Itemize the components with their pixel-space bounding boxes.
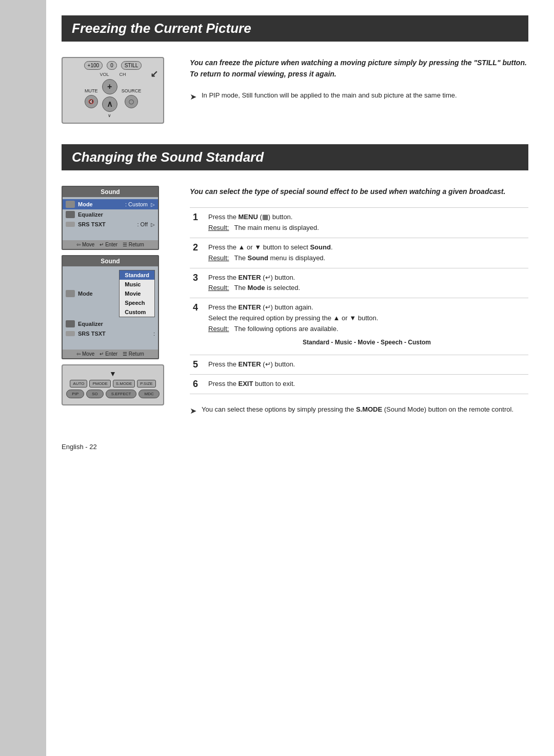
btn-auto[interactable]: AUTO [70, 380, 87, 387]
step-1-num: 1 [190, 208, 205, 238]
menu-icon-eq-2 [66, 320, 75, 327]
dropdown-movie: Movie [120, 289, 154, 298]
step-2-content: Press the ▲ or ▼ button to select Sound.… [205, 238, 528, 268]
step-6-content: Press the EXIT button to exit. [205, 374, 528, 394]
section1-intro: You can freeze the picture when watching… [190, 57, 528, 80]
dropdown-standard: Standard [120, 270, 154, 280]
dropdown-music: Music [120, 280, 154, 289]
btn-mdc[interactable]: MDC [138, 390, 159, 398]
main-content: Freezing the Current Picture +100 0 STIL… [46, 0, 554, 756]
remote-control-image: +100 0 STILL ↙ VOL CH MUTE 🔇 + ∧ [62, 57, 164, 124]
still-arrow-icon: ↙ [150, 68, 158, 80]
step-6-row: 6 Press the EXIT button to exit. [190, 374, 528, 394]
section2-tip-arrow-icon: ➤ [190, 405, 196, 417]
source-label: SOURCE [122, 88, 142, 93]
ch-label: CH [120, 72, 126, 77]
step-4-result-text: The following options are available. [234, 324, 338, 335]
menu-row-srs-2: SRS TSXT : [63, 329, 158, 338]
mute-label: MUTE [85, 88, 98, 93]
section1-tip-text: In PIP mode, Still function will be appl… [202, 90, 457, 101]
section1-tip-box: ➤ In PIP mode, Still function will be ap… [190, 90, 528, 103]
btn-still: STILL [121, 61, 142, 70]
menu-screen-2-title: Sound [63, 256, 158, 266]
menu-screen-1-body: Mode : Custom ▷ Equalizer SRS TSXT : Off… [63, 197, 158, 240]
btn-psize[interactable]: P.SIZE [137, 380, 155, 387]
btn-pmode[interactable]: PMODE [89, 380, 110, 387]
section2-title-bar: Changing the Sound Standard [62, 144, 528, 170]
menu-row-equalizer: Equalizer [63, 209, 158, 220]
footer-text: English - 22 [62, 443, 97, 451]
section1-left: +100 0 STILL ↙ VOL CH MUTE 🔇 + ∧ [62, 57, 174, 124]
step-5-num: 5 [190, 355, 205, 374]
step-1-result-label: Result: [208, 223, 229, 234]
step-4-result-label: Result: [208, 324, 229, 335]
step-4-num: 4 [190, 298, 205, 355]
menu-icon-speaker [66, 201, 75, 208]
step-3-row: 3 Press the ENTER (↵) button. Result: Th… [190, 268, 528, 298]
btn-smode[interactable]: S.MODE [113, 380, 135, 387]
menu-screen-1: Sound Mode : Custom ▷ Equalizer SRS T [62, 186, 159, 250]
source-btn[interactable]: ◯ [125, 95, 138, 108]
menu-icon-srs-2 [66, 331, 75, 336]
menu-dropdown: Standard Music Movie Speech Custom [119, 270, 155, 317]
step-3-content: Press the ENTER (↵) button. Result: The … [205, 268, 528, 298]
step-2-result-text: The Sound menu is displayed. [234, 253, 325, 264]
section1-body: +100 0 STILL ↙ VOL CH MUTE 🔇 + ∧ [62, 57, 528, 124]
steps-table: 1 Press the MENU (▦) button. Result: The… [190, 207, 528, 394]
remote-bottom-row1: AUTO PMODE S.MODE P.SIZE [67, 380, 159, 387]
ch-down-label: ∨ [108, 113, 111, 118]
remote-bottom-row2: PIP SO S.EFFECT MDC [67, 390, 159, 398]
tip-arrow-icon: ➤ [190, 91, 196, 103]
section1-title-bar: Freezing the Current Picture [62, 15, 528, 42]
dropdown-speech: Speech [120, 298, 154, 307]
btn-seffect[interactable]: S.EFFECT [106, 390, 137, 398]
step-5-content: Press the ENTER (↵) button. [205, 355, 528, 374]
section1-title: Freezing the Current Picture [72, 21, 518, 36]
btn-pip[interactable]: PIP [66, 390, 84, 398]
step-5-row: 5 Press the ENTER (↵) button. [190, 355, 528, 374]
menu-screen-2-footer: ⇦ Move ↵ Enter ☰ Return [63, 350, 158, 358]
vol-up-btn[interactable]: + [102, 79, 117, 94]
page-footer: English - 22 [62, 438, 528, 451]
step-1-content: Press the MENU (▦) button. Result: The m… [205, 208, 528, 238]
mute-btn[interactable]: 🔇 [85, 95, 98, 108]
step-1-row: 1 Press the MENU (▦) button. Result: The… [190, 208, 528, 238]
dropdown-custom: Custom [120, 307, 154, 317]
step-2-row: 2 Press the ▲ or ▼ button to select Soun… [190, 238, 528, 268]
menu-screen-1-title: Sound [63, 187, 158, 197]
menu-screen-1-footer: ⇦ Move ↵ Enter ☰ Return [63, 240, 158, 249]
menu-row-mode-2: Mode Standard Music Movie Speech Custom [63, 268, 158, 319]
step-3-result-label: Result: [208, 283, 229, 294]
section2-tip-text: You can select these options by simply p… [202, 404, 513, 415]
step-1-result-text: The main menu is displayed. [234, 223, 319, 234]
menu-screen-2-body: Mode Standard Music Movie Speech Custom … [63, 266, 158, 350]
step-4-row: 4 Press the ENTER (↵) button again. Sele… [190, 298, 528, 355]
menu-screen-2: Sound Mode Standard Music Movie Speech C… [62, 255, 159, 359]
btn-0: 0 [107, 61, 117, 70]
remote-bottom: ▼ AUTO PMODE S.MODE P.SIZE PIP SO S.EFFE… [62, 364, 164, 405]
section2-title: Changing the Sound Standard [72, 149, 518, 165]
menu-icon-speaker-2 [66, 290, 75, 297]
step-3-num: 3 [190, 268, 205, 298]
sound-modes: Standard - Music - Movie - Speech - Cust… [208, 338, 525, 347]
menu-row-2-empty3 [63, 344, 158, 347]
menu-row-srs: SRS TSXT : Off ▷ [63, 220, 158, 229]
menu-icon-eq [66, 211, 75, 218]
step-3-result-text: The Mode is selected. [234, 283, 300, 294]
menu-icon-srs [66, 222, 75, 227]
section2-body: Sound Mode : Custom ▷ Equalizer SRS T [62, 186, 528, 417]
step-2-num: 2 [190, 238, 205, 268]
section2-tip-box: ➤ You can select these options by simply… [190, 404, 528, 417]
section2-left: Sound Mode : Custom ▷ Equalizer SRS T [62, 186, 174, 417]
sidebar [0, 0, 46, 756]
menu-row-equalizer-2: Equalizer [63, 319, 158, 329]
vol-label: VOL [100, 72, 109, 77]
ch-nav-btn[interactable]: ∧ [102, 96, 117, 112]
section1-right: You can freeze the picture when watching… [190, 57, 528, 124]
section2-intro: You can select the type of special sound… [190, 186, 528, 197]
btn-so[interactable]: SO [86, 390, 104, 398]
menu-row-empty3 [63, 235, 158, 238]
step-4-content: Press the ENTER (↵) button again. Select… [205, 298, 528, 355]
section2-right: You can select the type of special sound… [190, 186, 528, 417]
menu-row-mode: Mode : Custom ▷ [63, 199, 158, 209]
